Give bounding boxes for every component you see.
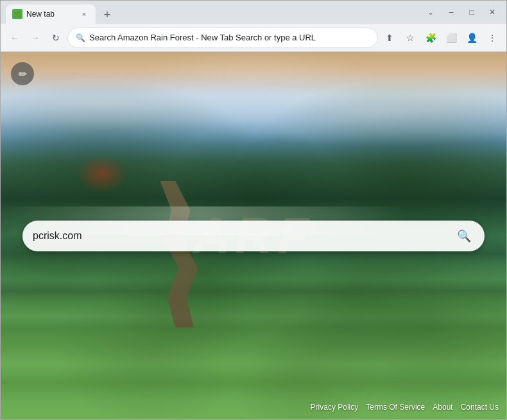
terms-of-service-link[interactable]: Terms Of Service [366,403,425,412]
browser-window: 🌿 New tab × + ⌄ – □ ✕ ← → ↻ 🔍 Search Ama… [0,0,507,420]
active-tab[interactable]: 🌿 New tab × [6,4,96,24]
maximize-button[interactable]: □ [463,3,481,21]
forward-button[interactable]: → [26,29,44,47]
minimize-button[interactable]: – [442,3,460,21]
title-bar: 🌿 New tab × + ⌄ – □ ✕ [1,1,506,24]
tab-search-button[interactable]: ⌄ [422,3,440,21]
search-bar[interactable]: pcrisk.com 🔍 [22,221,485,251]
tab-close-button[interactable]: × [79,9,89,19]
menu-button[interactable]: ⋮ [483,29,501,47]
new-tab-button[interactable]: + [98,6,116,24]
close-button[interactable]: ✕ [483,3,501,21]
toolbar-icons: ⬆ ☆ 🧩 ⬜ 👤 ⋮ [381,29,501,47]
privacy-policy-link[interactable]: Privacy Policy [311,403,359,412]
extensions-button[interactable]: 🧩 [422,29,440,47]
search-input[interactable]: pcrisk.com [33,230,449,242]
tab-view-button[interactable]: ⬜ [442,29,460,47]
tab-title: New tab [26,10,75,19]
back-button[interactable]: ← [6,29,24,47]
reload-button[interactable]: ↻ [47,29,65,47]
tab-favicon: 🌿 [12,9,22,19]
search-container: pcrisk.com 🔍 [22,221,485,251]
address-bar-row: ← → ↻ 🔍 Search Amazon Rain Forest - New … [1,24,506,52]
share-button[interactable]: ⬆ [381,29,399,47]
customize-button[interactable]: ✏ [11,62,34,85]
address-text: Search Amazon Rain Forest - New Tab Sear… [89,33,370,42]
window-controls: ⌄ – □ ✕ [422,3,501,21]
search-button[interactable]: 🔍 [454,226,474,246]
address-bar[interactable]: 🔍 Search Amazon Rain Forest - New Tab Se… [67,28,378,48]
edit-icon: ✏ [19,68,27,80]
profile-button[interactable]: 👤 [463,29,481,47]
address-bar-search-icon: 🔍 [76,33,85,42]
contact-us-link[interactable]: Contact Us [461,403,499,412]
about-link[interactable]: About [433,403,452,412]
bookmark-button[interactable]: ☆ [401,29,419,47]
search-icon: 🔍 [457,229,471,243]
footer: Privacy Policy Terms Of Service About Co… [311,403,499,412]
tab-strip: 🌿 New tab × + [6,1,417,24]
page-content: ARF ✏ pcrisk.com 🔍 Privacy Policy Terms … [1,52,506,419]
